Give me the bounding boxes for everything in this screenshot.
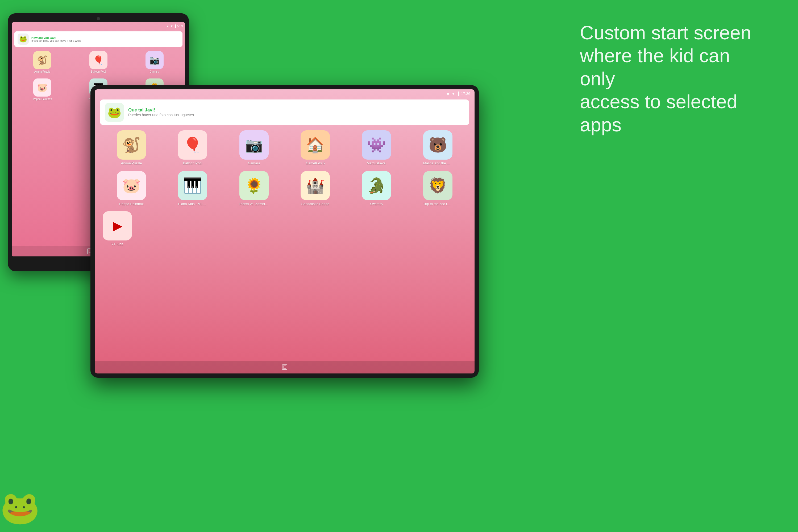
app-icon-peppa-back[interactable]: 🐷 — [33, 78, 51, 97]
list-item[interactable]: 🐷 Peppa Paintbox — [15, 78, 70, 100]
front-notification: 🐸 Que tal Javi! Puedes hacer una foto co… — [100, 99, 469, 125]
app-label-peppa-back: Peppa Paintbox — [33, 98, 52, 100]
app-label-sandcastle-front: Sandcastle Badge — [301, 202, 329, 206]
back-status-bar: ★ ▼ ▐ 5:39 — [12, 22, 185, 30]
tagline-line3: access to selected apps — [580, 91, 737, 135]
app-icon-ytkids-front[interactable]: ▶ — [103, 211, 132, 241]
app-label-camera-front: Camara — [248, 161, 260, 165]
app-label-animal-puzzle-front: AnimalPuzzle — [121, 161, 142, 165]
frog-decoration: 🐸 — [0, 489, 40, 527]
app-label-gamekids-front: GameKids 5 — [306, 161, 325, 165]
app-icon-gamekids-front[interactable]: 🏠 — [301, 130, 330, 159]
back-notification: 🐸 How are you Javi! If you get tired, yo… — [14, 32, 183, 47]
front-notif-title: Que tal Javi! — [128, 108, 194, 113]
camera-dot-back — [97, 17, 100, 20]
app-label-camera-back: Camara — [150, 70, 159, 73]
frog-avatar-back: 🐸 — [18, 34, 29, 45]
list-item[interactable]: 📷 Camara — [128, 51, 182, 73]
app-label-swampy-front: Swampy — [370, 202, 383, 206]
list-item[interactable]: 🦁 Trip to the zoo for kids — [409, 171, 467, 206]
tagline-line2: where the kid can only — [580, 45, 730, 89]
list-item[interactable]: 🐻 Masha and the Bear. Ed... — [409, 130, 467, 165]
app-icon-plants-front[interactable]: 🌻 — [240, 171, 269, 200]
back-notif-content: How are you Javi! If you get tired, you … — [32, 36, 81, 42]
front-status-bar: ★ ▼ ▐ 17:36 — [95, 89, 475, 98]
wifi-icon: ▼ — [170, 24, 173, 28]
front-apps-row3: ▶ YT Kids — [95, 210, 475, 247]
app-icon-camera-front[interactable]: 📷 — [240, 130, 269, 159]
front-wifi-icon: ▼ — [451, 92, 455, 96]
front-bluetooth-icon: ★ — [446, 92, 450, 96]
front-apps-row2: 🐷 Peppa Paintbox 🎹 Piano Kids - Music So… — [95, 169, 475, 210]
front-time: 17:36 — [461, 92, 470, 96]
app-label-balloon-pop-back: Balloon Pop! — [91, 70, 106, 73]
app-icon-balloon-pop-front[interactable]: 🎈 — [178, 130, 207, 159]
list-item[interactable]: 🐒 AnimalPuzzle — [15, 51, 70, 73]
app-icon-peppa-front[interactable]: 🐷 — [117, 171, 146, 200]
app-label-balloon-pop-front: Balloon Pop! — [183, 161, 203, 165]
back-notif-title: How are you Javi! — [32, 36, 81, 39]
app-icon-camera-back[interactable]: 📷 — [146, 51, 164, 69]
app-icon-trip-front[interactable]: 🦁 — [423, 171, 453, 200]
app-icon-sandcastle-front[interactable]: 🏰 — [301, 171, 330, 200]
frog-avatar-front: 🐸 — [105, 103, 124, 122]
list-item[interactable]: 📷 Camara — [225, 130, 283, 165]
app-icon-masha-front[interactable]: 🐻 — [423, 130, 453, 159]
tagline-text: Custom start screen where the kid can on… — [580, 21, 766, 136]
list-item[interactable]: 🎹 Piano Kids - Music Son... — [164, 171, 221, 206]
back-notif-body: If you get tired, you can leave it for a… — [32, 39, 81, 42]
svg-rect-3 — [283, 366, 286, 368]
list-item[interactable]: 🎈 Balloon Pop! — [164, 130, 221, 165]
list-item[interactable]: 👾 MarcusLevel — [348, 130, 405, 165]
bluetooth-icon: ★ — [167, 24, 169, 28]
list-item[interactable]: 🌻 Plants vs. Zombies FREE — [225, 171, 283, 206]
tagline-line1: Custom start screen — [580, 22, 751, 43]
front-battery-icon: ▐ — [457, 92, 459, 96]
app-label-trip-front: Trip to the zoo for kids — [423, 202, 453, 206]
app-label-peppa-front: Peppa Paintbox — [119, 202, 144, 206]
app-label-piano-front: Piano Kids - Music Son... — [178, 202, 207, 206]
list-item[interactable]: 🐒 AnimalPuzzle — [103, 130, 160, 165]
app-icon-swampy-front[interactable]: 🐊 — [362, 171, 391, 200]
front-notif-body: Puedes hacer una foto con tus juguetes — [128, 113, 194, 117]
app-icon-animal-puzzle-back[interactable]: 🐒 — [33, 51, 51, 69]
battery-icon: ▐ — [174, 24, 176, 28]
front-nav-bar — [95, 361, 475, 374]
front-recents-icon[interactable] — [281, 364, 288, 370]
app-icon-marcus-front[interactable]: 👾 — [362, 130, 391, 159]
svg-rect-2 — [282, 365, 287, 369]
app-label-masha-front: Masha and the Bear. Ed... — [423, 161, 453, 165]
list-item[interactable]: ▶ YT Kids — [103, 211, 132, 246]
list-item[interactable]: 🏠 GameKids 5 — [286, 130, 344, 165]
app-label-marcus-front: MarcusLevel — [367, 161, 386, 165]
app-label-plants-front: Plants vs. Zombies FREE — [240, 202, 269, 206]
front-apps-row1: 🐒 AnimalPuzzle 🎈 Balloon Pop! 📷 Camara 🏠… — [95, 129, 475, 169]
front-tablet: ★ ▼ ▐ 17:36 🐸 Que tal Javi! Puedes hacer… — [91, 85, 479, 378]
app-icon-piano-front[interactable]: 🎹 — [178, 171, 207, 200]
list-item[interactable]: 🎈 Balloon Pop! — [72, 51, 126, 73]
back-time: 5:39 — [177, 24, 183, 28]
app-label-animal-puzzle-back: AnimalPuzzle — [34, 70, 51, 73]
list-item[interactable]: 🐊 Swampy — [348, 171, 405, 206]
app-icon-animal-puzzle-front[interactable]: 🐒 — [117, 130, 146, 159]
back-apps-row1: 🐒 AnimalPuzzle 🎈 Balloon Pop! 📷 Camara — [12, 49, 185, 76]
front-notif-content: Que tal Javi! Puedes hacer una foto con … — [128, 108, 194, 117]
app-icon-balloon-pop-back[interactable]: 🎈 — [89, 51, 108, 69]
list-item[interactable]: 🏰 Sandcastle Badge — [286, 171, 344, 206]
front-tablet-screen: ★ ▼ ▐ 17:36 🐸 Que tal Javi! Puedes hacer… — [95, 89, 475, 374]
app-label-ytkids-front: YT Kids — [111, 242, 123, 246]
list-item[interactable]: 🐷 Peppa Paintbox — [103, 171, 160, 206]
